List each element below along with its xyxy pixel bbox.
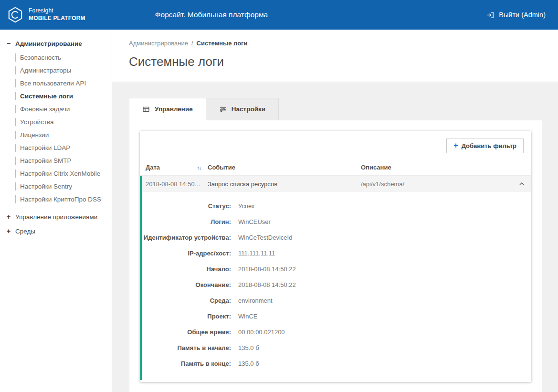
logs-card: + Добавить фильтр Дата ↑↓ Событие Описан… [140,131,531,382]
detail-label: Окончание: [142,281,231,288]
tab-bar: Управление Настройки [129,98,542,120]
detail-row-ip-host: IP-адрес/хост: 111.111.11.11 [142,245,531,261]
breadcrumb-administration[interactable]: Администрирование [129,40,188,47]
logo-line2: MOBILE PLATFORM [29,15,85,22]
main-area: Администрирование / Системные логи Систе… [112,30,558,392]
log-row-event: Запрос списка ресурсов [208,180,361,188]
breadcrumb: Администрирование / Системные логи [129,40,558,47]
add-filter-button[interactable]: + Добавить фильтр [446,138,524,153]
breadcrumb-separator: / [191,40,193,47]
log-row-date: 2018-08-08 14:50… [146,180,208,188]
detail-row-project: Проект: WinCE [142,308,531,324]
detail-label: Общее время: [142,328,231,336]
sidebar-item-ldap-settings[interactable]: Настройки LDAP [15,141,109,154]
table-header-row: Дата ↑↓ Событие Описание [140,159,531,176]
logo-text: Foresight MOBILE PLATFORM [29,7,85,22]
detail-row-start: Начало: 2018-08-08 14:50:22 [142,261,531,277]
sidebar-item-app-management[interactable]: + Управление приложениями [4,210,109,224]
sidebar-item-system-logs[interactable]: Системные логи [15,90,109,103]
page-header: Администрирование / Системные логи Систе… [112,30,558,82]
detail-label: Логин: [142,218,231,225]
sidebar-item-security[interactable]: Безопасность [15,51,109,64]
detail-label: Память в конце: [142,360,231,367]
app-logo: Foresight MOBILE PLATFORM [0,6,85,23]
detail-value: Успех [238,202,254,210]
card-toolbar: + Добавить фильтр [140,131,531,159]
detail-value: 2018-08-08 14:50:22 [238,265,296,273]
log-row-description: /api/v1/schema/ [361,180,513,188]
sidebar-item-administration[interactable]: − Администрирование [4,36,109,51]
detail-row-login: Логин: WinCEUser [142,214,531,230]
detail-label: Идентификатор устройства: [142,234,231,241]
sidebar-item-background-tasks[interactable]: Фоновые задачи [15,103,109,116]
detail-value: WinCeTestDeviceId [238,234,292,241]
administration-children: Безопасность Администраторы Все пользова… [4,51,109,206]
logout-button[interactable]: Выйти (Admin) [486,11,558,19]
plus-icon: + [453,142,458,149]
detail-value: 135.0 б [238,344,259,351]
detail-label: Начало: [142,265,231,273]
log-table-row[interactable]: 2018-08-08 14:50… Запрос списка ресурсов… [140,176,531,192]
detail-value: 2018-08-08 14:50:22 [238,281,296,288]
content-area: Управление Настройки [112,82,558,392]
add-filter-label: Добавить фильтр [462,142,516,149]
sidebar-item-licenses[interactable]: Лицензии [15,128,109,141]
detail-value: WinCE [238,313,257,320]
detail-row-device-id: Идентификатор устройства: WinCeTestDevic… [142,230,531,245]
settings-sliders-icon [219,106,227,113]
log-details-panel: Статус: Успех Логин: WinCEUser Идентифик… [140,192,531,380]
detail-value: 00:00:00.021200 [238,328,285,336]
tab-settings-label: Настройки [232,106,265,113]
sidebar-item-administrators[interactable]: Администраторы [15,64,109,77]
column-header-event: Событие [208,164,361,171]
app-title: Форсайт. Мобильная платформа [155,11,268,19]
detail-row-status: Статус: Успех [142,198,531,214]
detail-value: WinCEUser [238,218,271,225]
tab-management-label: Управление [155,106,193,113]
logout-label: Выйти (Admin) [499,11,546,19]
management-tab-panel: + Добавить фильтр Дата ↑↓ Событие Описан… [129,120,542,392]
breadcrumb-current: Системные логи [197,40,248,47]
expand-icon[interactable]: + [6,213,11,221]
detail-row-memory-start: Память в начале: 135.0 б [142,340,531,356]
column-header-description: Описание [361,164,513,171]
collapse-icon[interactable]: − [6,40,11,47]
sidebar-item-environments[interactable]: + Среды [4,224,109,238]
page-title: Системные логи [129,54,558,69]
tab-management[interactable]: Управление [129,98,206,120]
detail-value: environment [238,297,273,304]
tab-settings[interactable]: Настройки [206,98,279,120]
detail-row-memory-end: Память в конце: 135.0 б [142,356,531,371]
sidebar-item-sentry-settings[interactable]: Настройки Sentry [15,180,109,193]
detail-label: Среда: [142,297,231,304]
detail-row-end: Окончание: 2018-08-08 14:50:22 [142,277,531,293]
logout-icon [486,11,495,19]
expand-icon[interactable]: + [6,227,11,235]
logo-line1: Foresight [29,7,85,15]
sidebar-item-smtp-settings[interactable]: Настройки SMTP [15,154,109,167]
sidebar-item-citrix-settings[interactable]: Настройки Citrix XenMobile [15,167,109,180]
sidebar-item-cryptopro-settings[interactable]: Настройки КриптоПро DSS [15,193,109,206]
sidebar-item-api-users[interactable]: Все пользователи API [15,77,109,90]
chevron-up-icon [518,180,526,188]
column-header-date: Дата ↑↓ [146,164,208,171]
detail-label: Проект: [142,313,231,320]
management-tab-icon [142,106,150,113]
collapse-row-button[interactable] [513,180,526,188]
detail-value: 111.111.11.11 [238,250,275,257]
app-header: Foresight MOBILE PLATFORM Форсайт. Мобил… [0,0,558,30]
detail-row-environment: Среда: environment [142,293,531,308]
detail-value: 135.0 б [238,360,259,367]
detail-label: Память в начале: [142,344,231,351]
detail-label: IP-адрес/хост: [142,250,231,257]
detail-label: Статус: [142,202,231,210]
logo-icon [7,6,24,23]
sort-icon[interactable]: ↑↓ [197,165,201,170]
sidebar-item-devices[interactable]: Устройства [15,116,109,128]
sidebar: − Администрирование Безопасность Админис… [0,30,112,392]
detail-row-total-time: Общее время: 00:00:00.021200 [142,324,531,340]
